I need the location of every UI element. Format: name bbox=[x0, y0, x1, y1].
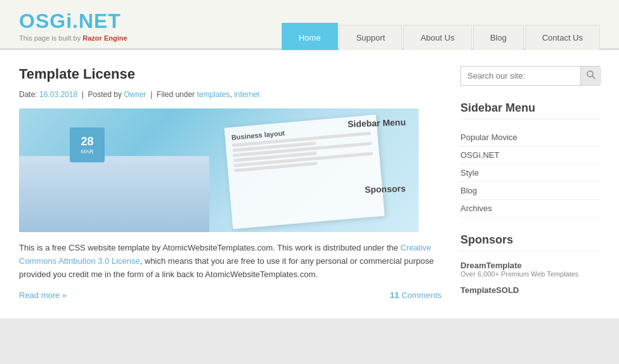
sponsor-name-dream[interactable]: DreamTemplate bbox=[460, 261, 600, 270]
logo-block: OSGi.NET This page is built by Razor Eng… bbox=[19, 10, 127, 48]
post-meta: Date: 16.03.2018 | Posted by Owner | Fil… bbox=[19, 90, 441, 99]
logo-subtitle-prefix: This page is built by bbox=[19, 34, 82, 42]
image-sidebar-label: Sidebar Menu bbox=[348, 117, 406, 129]
image-sponsors-label: Sponsors bbox=[365, 183, 406, 195]
logo-subtitle: This page is built by Razor Engine bbox=[19, 34, 127, 42]
comments-number: 11 bbox=[390, 290, 399, 300]
search-input[interactable] bbox=[461, 67, 580, 85]
tag-templates[interactable]: templates bbox=[197, 90, 230, 99]
sponsor-name-sold[interactable]: TemplateSOLD bbox=[460, 285, 600, 295]
calendar-decoration: 28 MAR bbox=[70, 127, 105, 162]
post-title: Template License bbox=[19, 66, 441, 82]
read-more-link[interactable]: Read more » bbox=[19, 290, 67, 300]
site-logo[interactable]: OSGi.NET bbox=[19, 10, 127, 33]
comments-count: 11Comments bbox=[390, 290, 441, 300]
logo-engine: Razor Engine bbox=[82, 34, 127, 42]
svg-line-1 bbox=[592, 76, 595, 79]
sidebar-item-blog[interactable]: Blog bbox=[460, 182, 600, 200]
sidebar-item-osginet[interactable]: OSGi.NET bbox=[460, 146, 600, 164]
sidebar-link-osginet[interactable]: OSGi.NET bbox=[460, 150, 499, 160]
sponsor-dreamtemplate: DreamTemplate Over 6,000+ Premium Web Te… bbox=[460, 261, 600, 278]
post-body: This is a free CSS website template by A… bbox=[19, 242, 441, 281]
post-date[interactable]: 16.03.2018 bbox=[39, 90, 77, 99]
logo-text: OSGi.NET bbox=[19, 10, 121, 32]
date-label: Date: bbox=[19, 90, 37, 99]
posted-by-label: Posted by bbox=[88, 90, 122, 99]
sidebar-menu-section: Sidebar Menu Popular Movice OSGi.NET Sty… bbox=[460, 101, 600, 218]
nav-tab-blog[interactable]: Blog bbox=[473, 25, 524, 50]
calendar-day: 28 bbox=[81, 135, 93, 148]
sidebar-item-popular[interactable]: Popular Movice bbox=[460, 129, 600, 146]
sponsor-templatesold: TemplateSOLD bbox=[460, 285, 600, 295]
main-content: Template License Date: 16.03.2018 | Post… bbox=[19, 66, 441, 302]
search-button[interactable] bbox=[580, 67, 601, 85]
sidebar-link-popular[interactable]: Popular Movice bbox=[460, 133, 518, 142]
nav-tab-support[interactable]: Support bbox=[339, 25, 403, 50]
sponsors-title: Sponsors bbox=[460, 233, 600, 251]
paper-decoration: Business layout bbox=[224, 115, 384, 229]
nav-tab-home[interactable]: Home bbox=[282, 23, 338, 50]
read-more[interactable]: Read more » bbox=[19, 290, 67, 300]
sponsor-desc-dream: Over 6,000+ Premium Web Templates bbox=[460, 270, 600, 278]
post-image: 28 MAR Business layout Sidebar Menu Spon… bbox=[19, 108, 419, 232]
filed-under-label: Filed under bbox=[157, 90, 195, 99]
sidebar-item-archives[interactable]: Archives bbox=[460, 200, 600, 218]
sidebar-link-blog[interactable]: Blog bbox=[460, 186, 477, 195]
search-box[interactable] bbox=[460, 66, 600, 86]
nav-tab-about[interactable]: About Us bbox=[403, 25, 471, 50]
sidebar-link-archives[interactable]: Archives bbox=[460, 204, 492, 213]
sidebar-link-style[interactable]: Style bbox=[460, 168, 479, 178]
sidebar-menu-list: Popular Movice OSGi.NET Style Blog Archi… bbox=[460, 129, 600, 218]
main-nav: Home Support About Us Blog Contact Us bbox=[282, 21, 600, 48]
search-icon bbox=[586, 70, 596, 80]
sidebar-menu-title: Sidebar Menu bbox=[460, 101, 600, 119]
sidebar: Sidebar Menu Popular Movice OSGi.NET Sty… bbox=[460, 66, 600, 302]
nav-tab-contact[interactable]: Contact Us bbox=[525, 25, 600, 50]
post-body-text1: This is a free CSS website template by A… bbox=[19, 243, 398, 252]
comments-label[interactable]: Comments bbox=[401, 290, 441, 300]
sponsors-section: Sponsors DreamTemplate Over 6,000+ Premi… bbox=[460, 233, 600, 295]
post-footer: Read more » 11Comments bbox=[19, 290, 441, 300]
post-author[interactable]: Owner bbox=[124, 90, 146, 99]
sidebar-item-style[interactable]: Style bbox=[460, 164, 600, 182]
calendar-month: MAR bbox=[81, 148, 94, 155]
keyboard-decoration bbox=[19, 156, 209, 232]
tag-internet[interactable]: internet bbox=[234, 90, 259, 99]
